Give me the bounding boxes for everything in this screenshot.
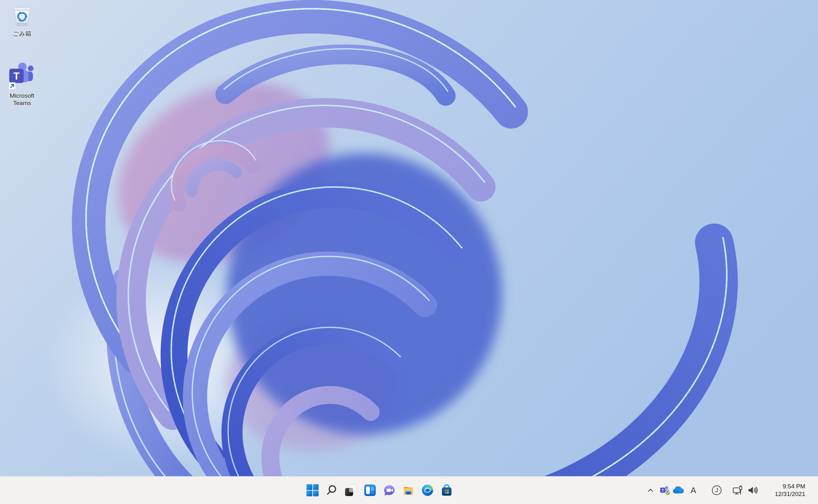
onedrive-icon [672, 486, 684, 494]
tray-ime-badge-button[interactable]: J [710, 483, 724, 497]
taskbar-clock[interactable]: 9:54 PM 12/31/2021 [773, 481, 807, 499]
ime-badge-letter: J [715, 487, 718, 494]
search-button[interactable] [323, 482, 340, 499]
tray-volume-button[interactable] [745, 483, 760, 497]
microsoft-teams-label: Microsoft Teams [3, 92, 41, 107]
store-icon [441, 484, 453, 496]
wallpaper-bloom [0, 0, 818, 504]
task-view-icon [345, 484, 357, 496]
network-wired-icon [732, 485, 743, 495]
edge-button[interactable] [419, 482, 436, 499]
tray-teams-button[interactable]: T [658, 483, 672, 497]
search-icon [325, 484, 338, 496]
taskbar-center-buttons [304, 477, 455, 504]
tray-onedrive-button[interactable] [671, 483, 685, 497]
teams-status-icon: T [660, 485, 671, 496]
clock-date: 12/31/2021 [775, 490, 805, 498]
start-button[interactable] [304, 482, 321, 499]
tray-ime-mode-button[interactable]: A [686, 483, 700, 497]
microsoft-teams-icon: T [7, 62, 37, 91]
desktop-icon-microsoft-teams[interactable]: T Microsoft Teams [2, 62, 42, 107]
store-button[interactable] [439, 482, 455, 499]
start-icon [306, 484, 318, 496]
chat-icon [383, 484, 395, 496]
widgets-button[interactable] [362, 482, 378, 499]
clock-time: 9:54 PM [775, 483, 805, 490]
ime-mode-indicator: A [691, 485, 696, 495]
chat-button[interactable] [381, 482, 397, 499]
taskbar: T A J [0, 476, 818, 504]
file-explorer-button[interactable] [400, 482, 417, 499]
volume-icon [747, 485, 758, 495]
circled-j-icon: J [712, 485, 722, 495]
file-explorer-icon [402, 484, 415, 496]
tray-network-button[interactable] [730, 483, 745, 497]
chevron-up-icon [646, 486, 655, 495]
task-view-button[interactable] [342, 482, 359, 499]
hidden-icons-button[interactable] [644, 483, 658, 497]
desktop-icon-recycle-bin[interactable]: ごみ箱 [2, 3, 42, 37]
recycle-bin-icon [10, 3, 34, 29]
widgets-icon [364, 484, 376, 496]
svg-text:T: T [13, 71, 19, 82]
edge-icon [422, 484, 434, 496]
recycle-bin-label: ごみ箱 [13, 30, 31, 37]
svg-text:T: T [661, 488, 664, 493]
